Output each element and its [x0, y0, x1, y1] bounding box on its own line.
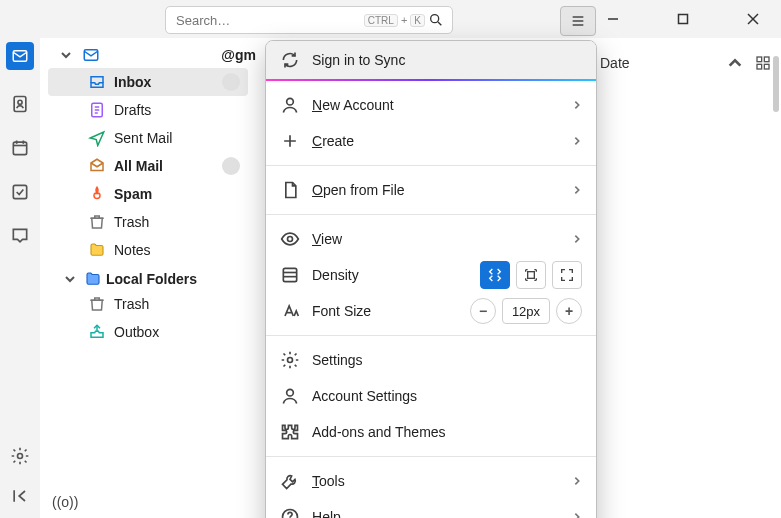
- menu-label: Font Size: [312, 303, 470, 319]
- network-status-icon[interactable]: ((o)): [52, 494, 78, 510]
- gear-icon: [280, 350, 300, 370]
- folder-label: Notes: [114, 242, 248, 258]
- density-normal-button[interactable]: [516, 261, 546, 289]
- minimize-button[interactable]: [591, 4, 635, 34]
- chevron-right-icon: [572, 136, 582, 146]
- window-controls: [591, 4, 775, 34]
- trash-icon: [88, 213, 106, 231]
- account-row[interactable]: @gm: [48, 42, 268, 68]
- column-header[interactable]: Date: [600, 48, 771, 78]
- search-input[interactable]: [174, 12, 364, 29]
- menu-new-account[interactable]: NNew Accountew Account: [266, 87, 596, 123]
- menu-view[interactable]: ViewView: [266, 221, 596, 257]
- menu-fontsize: Font Size − 12px +: [266, 293, 596, 329]
- svg-rect-12: [13, 142, 26, 155]
- folder-allmail[interactable]: All Mail: [48, 152, 248, 180]
- folder-label: Spam: [114, 186, 248, 202]
- chevron-down-icon: [64, 273, 76, 285]
- column-picker-icon[interactable]: [755, 55, 771, 71]
- menu-create[interactable]: CreateCreate: [266, 123, 596, 159]
- local-folders-header[interactable]: Local Folders: [48, 264, 268, 290]
- drafts-icon: [88, 101, 106, 119]
- address-book-tab[interactable]: [10, 94, 30, 114]
- folder-sent[interactable]: Sent Mail: [48, 124, 248, 152]
- density-relaxed-button[interactable]: [552, 261, 582, 289]
- menu-account-settings[interactable]: Account Settings: [266, 378, 596, 414]
- font-decrease-button[interactable]: −: [470, 298, 496, 324]
- font-increase-button[interactable]: +: [556, 298, 582, 324]
- svg-rect-25: [764, 57, 769, 62]
- account-icon: [280, 386, 300, 406]
- menu-label: Account Settings: [312, 388, 582, 404]
- svg-point-17: [18, 454, 23, 459]
- unread-badge: [222, 73, 240, 91]
- folder-label: Outbox: [114, 324, 248, 340]
- notes-icon: [88, 241, 106, 259]
- scrollbar-thumb[interactable]: [773, 56, 779, 112]
- tasks-tab[interactable]: [10, 182, 30, 202]
- menu-label: Density: [312, 267, 480, 283]
- folder-drafts[interactable]: Drafts: [48, 96, 248, 124]
- svg-rect-16: [13, 185, 26, 198]
- chat-tab[interactable]: [10, 226, 30, 246]
- svg-point-11: [18, 100, 22, 104]
- wrench-icon: [280, 471, 300, 491]
- menu-open-file[interactable]: Open from FileOpen from File: [266, 172, 596, 208]
- mail-tab[interactable]: [6, 42, 34, 70]
- spam-icon: [88, 185, 106, 203]
- folder-notes[interactable]: Notes: [48, 236, 248, 264]
- folder-label: All Mail: [114, 158, 222, 174]
- menu-tools[interactable]: ToolsTools: [266, 463, 596, 499]
- menu-label: Settings: [312, 352, 582, 368]
- density-compact-button[interactable]: [480, 261, 510, 289]
- account-label: @gm: [106, 47, 262, 63]
- svg-point-31: [288, 237, 293, 242]
- global-search[interactable]: CTRL + K: [165, 6, 453, 34]
- folder-pane: @gm Inbox Drafts Sent Mail All Mail Spam…: [48, 42, 268, 518]
- unread-badge: [222, 157, 240, 175]
- settings-tab[interactable]: [10, 446, 30, 466]
- menu-label: HelpHelp: [312, 509, 572, 518]
- menu-label: ViewView: [312, 231, 572, 247]
- menu-help[interactable]: HelpHelp: [266, 499, 596, 518]
- menu-sync[interactable]: Sign in to Sync: [266, 41, 596, 81]
- chevron-right-icon: [572, 476, 582, 486]
- sent-icon: [88, 129, 106, 147]
- menu-settings[interactable]: Settings: [266, 342, 596, 378]
- folder-inbox[interactable]: Inbox: [48, 68, 248, 96]
- svg-rect-6: [679, 15, 688, 24]
- sort-asc-icon[interactable]: [727, 55, 743, 71]
- menu-label: Sign in to Sync: [312, 52, 582, 68]
- outbox-icon: [88, 323, 106, 341]
- close-button[interactable]: [731, 4, 775, 34]
- collapse-icon[interactable]: [10, 486, 30, 506]
- search-icon[interactable]: [428, 12, 444, 28]
- allmail-icon: [88, 157, 106, 175]
- local-trash[interactable]: Trash: [48, 290, 248, 318]
- font-icon: [280, 301, 300, 321]
- chevron-right-icon: [572, 512, 582, 518]
- hamburger-icon: [570, 13, 586, 29]
- local-header-label: Local Folders: [106, 271, 197, 287]
- app-menu: Sign in to Sync NNew Accountew Account C…: [265, 40, 597, 518]
- svg-rect-26: [757, 64, 762, 69]
- svg-rect-32: [283, 268, 296, 281]
- folder-label: Drafts: [114, 102, 248, 118]
- plus-icon: [280, 131, 300, 151]
- menu-addons[interactable]: Add-ons and Themes: [266, 414, 596, 450]
- local-outbox[interactable]: Outbox: [48, 318, 248, 346]
- maximize-button[interactable]: [661, 4, 705, 34]
- folder-trash[interactable]: Trash: [48, 208, 248, 236]
- trash-icon: [88, 295, 106, 313]
- menu-label: ToolsTools: [312, 473, 572, 489]
- menu-label: Add-ons and Themes: [312, 424, 582, 440]
- puzzle-icon: [280, 422, 300, 442]
- svg-rect-24: [757, 57, 762, 62]
- menu-label: CreateCreate: [312, 133, 572, 149]
- activity-bar: [0, 38, 40, 518]
- menu-label: Open from FileOpen from File: [312, 182, 572, 198]
- svg-line-1: [438, 22, 441, 25]
- folder-label: Sent Mail: [114, 130, 248, 146]
- calendar-tab[interactable]: [10, 138, 30, 158]
- folder-spam[interactable]: Spam: [48, 180, 248, 208]
